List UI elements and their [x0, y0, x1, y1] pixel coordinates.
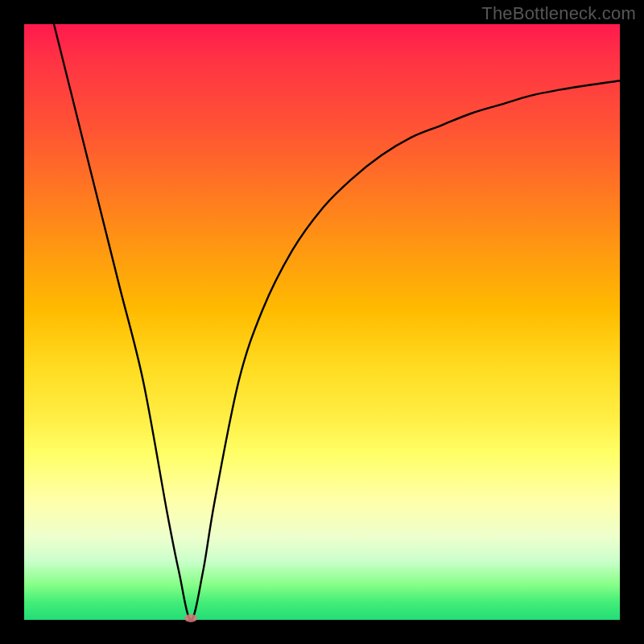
bottleneck-curve [24, 24, 620, 620]
minimum-marker [184, 614, 197, 622]
watermark-text: TheBottleneck.com [481, 3, 636, 24]
plot-area [24, 24, 620, 620]
chart-frame: TheBottleneck.com [0, 0, 644, 644]
